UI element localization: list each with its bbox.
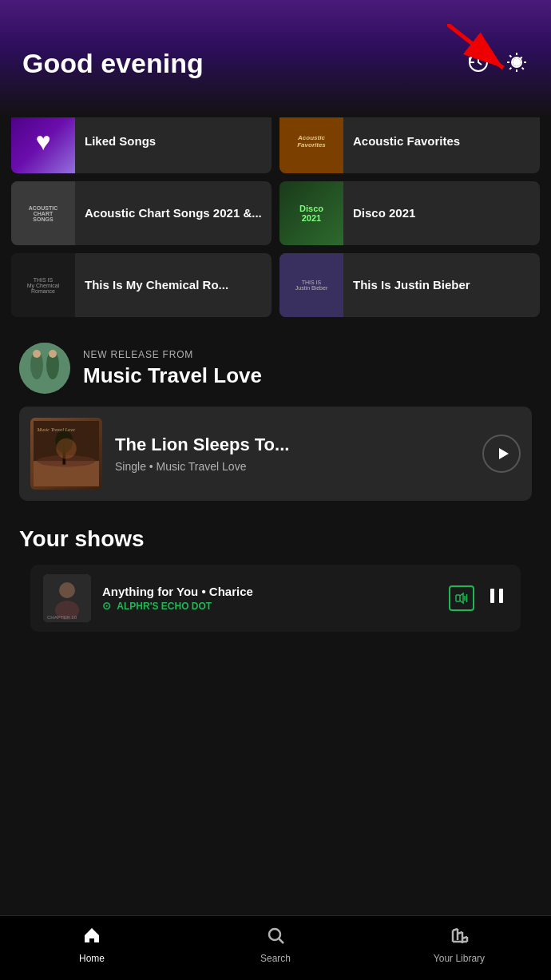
home-label: Home bbox=[79, 953, 105, 964]
disco-2021-card[interactable]: Disco2021 Disco 2021 bbox=[279, 181, 540, 245]
release-title: The Lion Sleeps To... bbox=[115, 434, 470, 455]
acoustic-chart-card[interactable]: ACOUSTICCHARTSONGS Acoustic Chart Songs … bbox=[11, 181, 272, 245]
svg-point-20 bbox=[59, 582, 75, 598]
bieber-card[interactable]: THIS ISJustin Bieber This Is Justin Bieb… bbox=[279, 253, 540, 317]
new-release-info: NEW RELEASE FROM Music Travel Love bbox=[83, 349, 262, 388]
now-playing-title: Anything for You • Charice bbox=[102, 585, 438, 598]
bieber-label: This Is Justin Bieber bbox=[343, 277, 480, 293]
speaker-icon[interactable] bbox=[449, 585, 474, 611]
nav-search[interactable]: Search bbox=[184, 926, 367, 964]
disco-thumb: Disco2021 bbox=[279, 181, 343, 245]
acoustic-favorites-thumb: AcousticFavorites bbox=[279, 109, 343, 173]
mcr-card[interactable]: THIS ISMy ChemicalRomance This Is My Che… bbox=[11, 253, 272, 317]
svg-point-9 bbox=[33, 350, 41, 358]
pause-button[interactable] bbox=[486, 585, 508, 612]
bieber-thumb: THIS ISJustin Bieber bbox=[279, 253, 343, 317]
svg-point-10 bbox=[49, 350, 57, 358]
nav-library[interactable]: Your Library bbox=[367, 926, 551, 964]
search-icon bbox=[266, 926, 285, 950]
release-thumb: Music Travel Love bbox=[30, 418, 102, 490]
artist-avatar bbox=[19, 343, 70, 394]
library-icon bbox=[450, 926, 469, 950]
mcr-thumb: THIS ISMy ChemicalRomance bbox=[11, 253, 75, 317]
acoustic-chart-thumb: ACOUSTICCHARTSONGS bbox=[11, 181, 75, 245]
greeting-text: Good evening bbox=[22, 48, 204, 79]
svg-text:Music Travel Love: Music Travel Love bbox=[37, 427, 76, 432]
svg-point-5 bbox=[515, 60, 519, 64]
release-meta: Single • Music Travel Love bbox=[115, 460, 470, 473]
acoustic-favorites-card[interactable]: AcousticFavorites Acoustic Favorites bbox=[279, 109, 540, 173]
svg-point-6 bbox=[19, 343, 70, 394]
now-playing-thumb: CHAPTER 10 bbox=[43, 574, 91, 622]
now-playing-device: ⊙ ALPHR'S ECHO DOT bbox=[102, 600, 438, 612]
artist-name: Music Travel Love bbox=[83, 363, 262, 388]
svg-point-16 bbox=[56, 438, 77, 459]
svg-text:CHAPTER 10: CHAPTER 10 bbox=[47, 615, 77, 620]
home-icon bbox=[82, 926, 101, 950]
svg-rect-26 bbox=[490, 589, 494, 603]
shows-title: Your shows bbox=[19, 526, 532, 552]
release-info: The Lion Sleeps To... Single • Music Tra… bbox=[115, 434, 470, 473]
new-release-label: NEW RELEASE FROM bbox=[83, 349, 262, 360]
liked-songs-card[interactable]: ♥ Liked Songs bbox=[11, 109, 272, 173]
acoustic-chart-label: Acoustic Chart Songs 2021 &... bbox=[75, 205, 272, 221]
release-card[interactable]: Music Travel Love The Lion Sleeps To... … bbox=[19, 407, 532, 501]
acoustic-favorites-label: Acoustic Favorites bbox=[343, 133, 470, 149]
svg-marker-18 bbox=[499, 448, 509, 459]
now-playing-info: Anything for You • Charice ⊙ ALPHR'S ECH… bbox=[102, 585, 438, 612]
svg-point-28 bbox=[269, 929, 280, 940]
now-playing-controls bbox=[449, 585, 508, 612]
svg-rect-27 bbox=[499, 589, 503, 603]
mcr-label: This Is My Chemical Ro... bbox=[75, 277, 238, 293]
bottom-nav: Home Search Your Library bbox=[0, 915, 551, 980]
play-button[interactable] bbox=[482, 434, 521, 473]
search-label: Search bbox=[260, 953, 291, 964]
now-playing-bar[interactable]: CHAPTER 10 Anything for You • Charice ⊙ … bbox=[30, 565, 521, 632]
liked-songs-label: Liked Songs bbox=[75, 133, 165, 149]
svg-line-29 bbox=[279, 939, 284, 944]
disco-label: Disco 2021 bbox=[343, 205, 425, 221]
svg-rect-23 bbox=[456, 595, 460, 601]
settings-icon[interactable] bbox=[505, 50, 529, 77]
history-icon[interactable] bbox=[466, 50, 490, 77]
nav-home[interactable]: Home bbox=[0, 926, 184, 964]
library-label: Your Library bbox=[434, 953, 485, 964]
liked-songs-thumb: ♥ bbox=[11, 109, 75, 173]
